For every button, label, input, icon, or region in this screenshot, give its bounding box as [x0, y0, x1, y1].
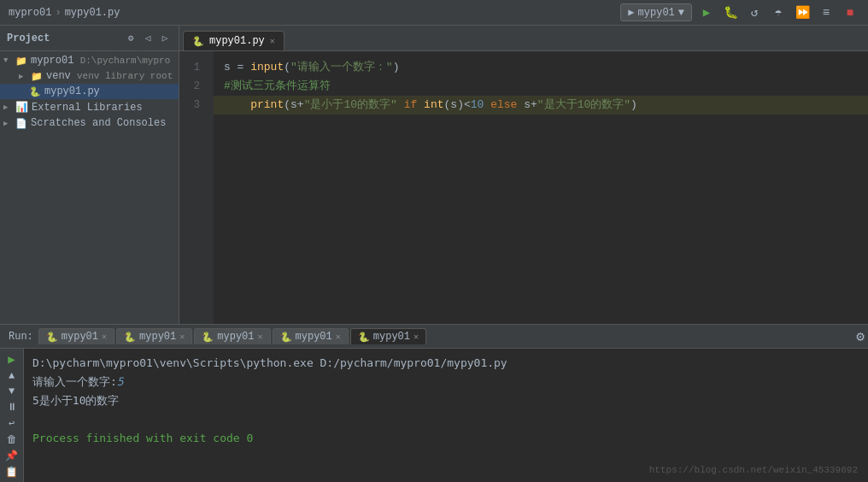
scratches-arrow-icon: ▶ — [3, 119, 12, 128]
run-settings-icon[interactable]: ⚙ — [856, 328, 865, 345]
console-scroll-down-button[interactable]: ▼ — [3, 385, 21, 397]
scratches-label: Scratches and Consoles — [31, 117, 166, 129]
debug-button[interactable]: 🐛 — [721, 3, 740, 22]
run-tab-1-close[interactable]: ✕ — [102, 332, 107, 342]
run-tab-2-icon: 🐍 — [124, 332, 136, 343]
run-tab-1-label: mypy01 — [62, 331, 98, 343]
scratches-file-icon: 📄 — [15, 118, 27, 129]
tree-item-venv[interactable]: ▶ 📁 venv venv library root — [0, 68, 179, 84]
run-config-arrow: ▼ — [678, 7, 684, 19]
tab-python-icon: 🐍 — [192, 36, 204, 47]
main-area: Project ⚙ ◁ ▷ ▼ 📁 mypro01 D:\pycharm\myp… — [0, 26, 868, 324]
run-tab-5-icon: 🐍 — [358, 332, 370, 343]
run-button[interactable]: ▶ — [697, 3, 716, 22]
stop-button[interactable]: ⏩ — [793, 3, 812, 22]
run-tab-4-label: mypy01 — [296, 331, 332, 343]
arrow-icon: ▼ — [3, 56, 12, 65]
external-libraries-label: External Libraries — [32, 102, 143, 114]
run-tab-1-icon: 🐍 — [46, 332, 58, 343]
run-tab-4[interactable]: 🐍 mypy01 ✕ — [273, 328, 349, 344]
run-tab-2-close[interactable]: ✕ — [179, 332, 185, 342]
tree-item-mypro01[interactable]: ▼ 📁 mypro01 D:\pycharm\mypro — [0, 53, 179, 68]
close-config-button[interactable]: ■ — [841, 3, 859, 22]
breadcrumb: mypro01 › mypy01.py — [9, 7, 120, 19]
rerun-button[interactable]: ↺ — [745, 3, 764, 22]
run-tab-5-close[interactable]: ✕ — [413, 332, 419, 342]
sidebar-settings-icon[interactable]: ⚙ — [124, 32, 138, 45]
run-tab-4-icon: 🐍 — [280, 332, 292, 343]
tree-item-mypy01[interactable]: 🐍 mypy01.py — [0, 84, 179, 99]
run-tab-1[interactable]: 🐍 mypy01 ✕ — [38, 328, 114, 344]
file-label: mypy01.py — [44, 85, 100, 97]
file-tree: ▼ 📁 mypro01 D:\pycharm\mypro ▶ 📁 venv ve… — [0, 51, 179, 324]
code-content[interactable]: s = input("请输入一个数字：") #测试三元条件运算符 print(s… — [214, 51, 868, 324]
venv-arrow-icon: ▶ — [19, 72, 27, 81]
run-config-dropdown[interactable]: ▶ mypy01 ▼ — [620, 3, 692, 21]
console-input-value: 5 — [117, 375, 124, 388]
bottom-tab-bar: Run: 🐍 mypy01 ✕ 🐍 mypy01 ✕ 🐍 mypy01 ✕ 🐍 … — [0, 325, 868, 349]
line-number-1: 1 — [179, 58, 207, 77]
console-wrap-button[interactable]: ↩ — [3, 417, 21, 430]
tab-close-button[interactable]: ✕ — [270, 36, 275, 46]
sidebar-collapse-icon[interactable]: ◁ — [141, 32, 155, 45]
run-tab-2-label: mypy01 — [139, 331, 176, 343]
sidebar-header-icons: ⚙ ◁ ▷ — [124, 32, 172, 45]
title-bar: mypro01 › mypy01.py ▶ mypy01 ▼ ▶ 🐛 ↺ ☂ ⏩… — [0, 0, 868, 26]
sidebar-header: Project ⚙ ◁ ▷ — [0, 26, 179, 51]
sidebar: Project ⚙ ◁ ▷ ▼ 📁 mypro01 D:\pycharm\myp… — [0, 26, 179, 324]
run-tab-5-label: mypy01 — [373, 331, 410, 343]
console-pin-button[interactable]: 📌 — [3, 450, 21, 462]
tree-item-external-libs[interactable]: ▶ 📊 External Libraries — [0, 99, 179, 115]
console-copy-button[interactable]: 📋 — [3, 466, 21, 479]
bottom-panel: Run: 🐍 mypy01 ✕ 🐍 mypy01 ✕ 🐍 mypy01 ✕ 🐍 … — [0, 324, 868, 482]
sidebar-title: Project — [7, 32, 50, 44]
console-empty-line — [32, 410, 859, 429]
run-config-icon: ▶ — [628, 6, 634, 19]
console-result-line: 5是小于10的数字 — [32, 391, 859, 410]
run-tab-2[interactable]: 🐍 mypy01 ✕ — [116, 328, 192, 344]
folder-icon: 📁 — [15, 56, 27, 67]
breadcrumb-file[interactable]: mypy01.py — [65, 7, 120, 19]
run-tab-3-icon: 🐍 — [202, 332, 214, 343]
venv-label: venv venv library root — [46, 70, 173, 82]
console-run-button[interactable]: ▶ — [3, 352, 21, 367]
console-wrapper: ▶ ▲ ▼ ⏸ ↩ 🗑 📌 📋 ✕ D:\pycharm\mypro01\ven… — [0, 349, 868, 482]
python-file-icon: 🐍 — [29, 86, 41, 97]
breadcrumb-project[interactable]: mypro01 — [9, 7, 51, 19]
line-number-3: 3 — [179, 96, 207, 115]
console-toolbar: ▶ ▲ ▼ ⏸ ↩ 🗑 📌 📋 ✕ — [0, 349, 24, 482]
console-process-line: Process finished with exit code 0 — [32, 429, 859, 448]
console-scroll-up-button[interactable]: ▲ — [3, 370, 21, 382]
ext-libs-arrow-icon: ▶ — [3, 103, 12, 112]
code-line-1: s = input("请输入一个数字：") — [224, 58, 858, 77]
console-output[interactable]: D:\pycharm\mypro01\venv\Scripts\python.e… — [24, 349, 868, 482]
run-config-label: mypy01 — [638, 7, 675, 19]
venv-folder-icon: 📁 — [31, 71, 43, 82]
run-tab-4-close[interactable]: ✕ — [336, 332, 341, 342]
console-clear-button[interactable]: 🗑 — [3, 433, 21, 446]
editor-tab-mypy01[interactable]: 🐍 mypy01.py ✕ — [183, 31, 284, 50]
editor-tab-bar: 🐍 mypy01.py ✕ — [179, 26, 868, 51]
toolbar-actions: ▶ mypy01 ▼ ▶ 🐛 ↺ ☂ ⏩ ≡ ■ — [620, 3, 859, 22]
run-tab-3-label: mypy01 — [217, 331, 254, 343]
sidebar-expand-icon[interactable]: ▷ — [158, 32, 172, 45]
breadcrumb-sep1: › — [55, 7, 61, 19]
run-tab-5[interactable]: 🐍 mypy01 ✕ — [350, 328, 426, 344]
console-prompt-line: 请输入一个数字:5 — [32, 373, 859, 391]
editor-area: 🐍 mypy01.py ✕ 1 2 3 s = input("请输入一个数字："… — [179, 26, 868, 324]
code-line-2: #测试三元条件运算符 — [224, 77, 858, 96]
line-numbers: 1 2 3 — [179, 51, 214, 324]
coverage-button[interactable]: ☂ — [769, 3, 788, 22]
line-number-2: 2 — [179, 77, 207, 96]
project-root-label: mypro01 D:\pycharm\mypro — [31, 55, 170, 67]
console-pause-button[interactable]: ⏸ — [3, 401, 21, 414]
tree-item-scratches[interactable]: ▶ 📄 Scratches and Consoles — [0, 115, 179, 131]
code-line-3: print(s+"是小于10的数字" if int(s)<10 else s+"… — [214, 96, 868, 115]
run-tab-3-close[interactable]: ✕ — [258, 332, 263, 342]
run-tab-3[interactable]: 🐍 mypy01 ✕ — [194, 328, 270, 344]
code-editor[interactable]: 1 2 3 s = input("请输入一个数字：") #测试三元条件运算符 p… — [179, 51, 868, 324]
tab-label: mypy01.py — [209, 35, 265, 47]
ext-libs-chart-icon: 📊 — [15, 101, 28, 114]
console-prompt-text: 请输入一个数字: — [32, 375, 117, 388]
build-button[interactable]: ≡ — [817, 3, 836, 22]
